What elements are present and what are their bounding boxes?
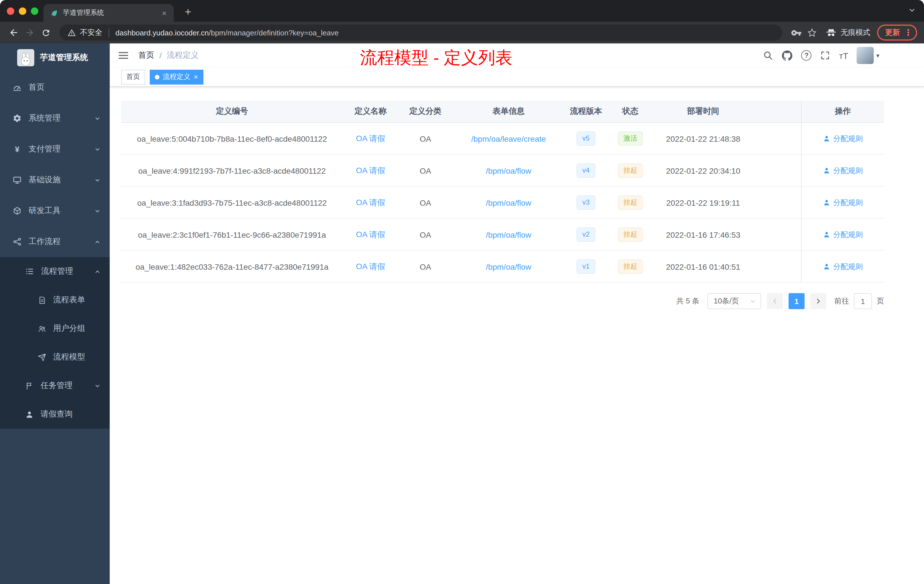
tag-process-definition[interactable]: 流程定义 ×	[150, 69, 203, 84]
form-info-link[interactable]: /bpm/oa/flow	[486, 262, 531, 271]
page-size-select[interactable]: 10条/页	[708, 293, 761, 309]
sidebar-item-label: 用户分组	[53, 323, 85, 334]
minimize-window-button[interactable]	[19, 7, 26, 15]
dashboard-icon	[13, 83, 22, 92]
search-icon[interactable]	[763, 50, 774, 61]
sidebar-item-process-management[interactable]: 流程管理	[0, 257, 110, 286]
user-avatar[interactable]	[857, 47, 874, 64]
zoom-window-button[interactable]	[31, 7, 38, 15]
tab-close-icon[interactable]: ×	[159, 8, 169, 18]
browser-tab[interactable]: 芋道管理系统 ×	[43, 4, 174, 22]
assign-rule-label: 分配规则	[833, 261, 863, 272]
tag-label: 流程定义	[163, 72, 190, 82]
col-header-status: 状态	[607, 101, 653, 122]
goto-page-input[interactable]	[854, 293, 872, 309]
cell-category: OA	[398, 155, 452, 186]
page-number-button[interactable]: 1	[789, 293, 805, 309]
address-bar[interactable]: 不安全 dashboard.yudao.iocoder.cn /bpm/mana…	[59, 25, 782, 41]
font-size-icon[interactable]: тT	[839, 51, 848, 60]
col-header-version: 流程版本	[564, 101, 607, 122]
version-tag: v4	[577, 163, 595, 178]
version-tag: v2	[577, 228, 595, 242]
security-label[interactable]: 不安全	[80, 27, 102, 38]
password-key-icon[interactable]	[788, 25, 804, 41]
breadcrumb: 首页 / 流程定义	[138, 50, 199, 61]
incognito-label: 无痕模式	[841, 27, 870, 38]
workflow-icon	[13, 237, 22, 246]
form-info-link[interactable]: /bpm/oa/flow	[486, 166, 531, 175]
github-icon[interactable]	[782, 50, 793, 61]
sidebar-item-system[interactable]: 系统管理	[0, 103, 110, 134]
bookmark-star-icon[interactable]	[804, 25, 820, 41]
definition-name-link[interactable]: OA 请假	[356, 261, 385, 272]
sidebar-item-process-form[interactable]: 流程表单	[0, 286, 110, 314]
assign-rule-link[interactable]: 分配规则	[823, 261, 863, 272]
chevron-up-icon	[94, 268, 101, 275]
user-menu[interactable]: ▾	[857, 47, 879, 64]
prev-page-button[interactable]	[767, 293, 783, 309]
omnibox-divider	[109, 28, 109, 37]
form-info-link[interactable]: /bpm/oa/flow	[486, 198, 531, 207]
form-info-link[interactable]: /bpm/oa/leave/create	[471, 134, 546, 143]
chrome-update-button[interactable]: 更新 ⋮	[877, 25, 917, 41]
sidebar-item-payment[interactable]: ¥ 支付管理	[0, 134, 110, 165]
cube-icon	[13, 206, 22, 215]
users-icon	[38, 324, 46, 333]
incognito-icon	[826, 27, 837, 38]
sidebar-item-leave-query[interactable]: 请假查询	[0, 400, 110, 429]
tag-home[interactable]: 首页	[121, 69, 145, 84]
close-window-button[interactable]	[7, 7, 14, 15]
flag-icon	[25, 381, 34, 390]
cell-deploy-time: 2022-01-16 17:46:53	[653, 219, 753, 250]
help-icon[interactable]: ?	[802, 50, 812, 61]
browser-menu-dots-icon[interactable]: ⋮	[904, 27, 912, 38]
assign-rule-link[interactable]: 分配规则	[823, 198, 863, 208]
table-row: oa_leave:4:991f2193-7b7f-11ec-a3c8-acde4…	[121, 155, 884, 187]
chevron-down-icon	[94, 146, 101, 152]
table-row: oa_leave:2:3c1f0ef1-76b1-11ec-9c66-a2380…	[121, 219, 884, 251]
sidebar-item-user-group[interactable]: 用户分组	[0, 314, 110, 343]
table-row: oa_leave:5:004b710b-7b8a-11ec-8ef0-acde4…	[121, 123, 884, 155]
gear-icon	[13, 114, 22, 123]
tag-close-icon[interactable]: ×	[194, 73, 198, 81]
fullscreen-icon[interactable]	[820, 50, 831, 61]
assign-rule-link[interactable]: 分配规则	[823, 229, 863, 240]
hamburger-icon[interactable]	[118, 50, 129, 61]
assign-rule-link[interactable]: 分配规则	[823, 165, 863, 176]
person-icon	[25, 410, 34, 419]
main-area: 首页 / 流程定义 流程模型 - 定义列表 ? тT	[110, 43, 924, 584]
sidebar-item-label: 首页	[28, 82, 45, 92]
sidebar-item-home[interactable]: 首页	[0, 72, 110, 103]
cell-category: OA	[398, 219, 452, 250]
forward-button[interactable]	[22, 25, 38, 41]
tab-favicon-leaf-icon	[50, 9, 58, 17]
app-topbar: 首页 / 流程定义 流程模型 - 定义列表 ? тT	[110, 43, 924, 68]
tab-search-chevron-icon[interactable]	[908, 6, 916, 14]
chevron-down-icon	[94, 208, 101, 214]
form-info-link[interactable]: /bpm/oa/flow	[486, 230, 531, 239]
assign-rule-link[interactable]: 分配规则	[823, 134, 863, 144]
next-page-button[interactable]	[810, 293, 826, 309]
tag-label: 首页	[126, 72, 140, 82]
sidebar-item-workflow[interactable]: 工作流程	[0, 226, 110, 257]
breadcrumb-home[interactable]: 首页	[138, 50, 154, 61]
breadcrumb-current: 流程定义	[167, 50, 199, 61]
cell-definition-id: oa_leave:5:004b710b-7b8a-11ec-8ef0-acde4…	[121, 123, 343, 154]
back-button[interactable]	[6, 25, 22, 41]
goto-page: 前往 页	[834, 293, 884, 309]
sidebar-item-label: 工作流程	[28, 237, 61, 247]
sidebar-item-label: 支付管理	[28, 144, 61, 154]
definition-name-link[interactable]: OA 请假	[356, 198, 385, 208]
definition-name-link[interactable]: OA 请假	[356, 165, 385, 176]
definition-name-link[interactable]: OA 请假	[356, 134, 385, 144]
reload-button[interactable]	[38, 25, 54, 41]
sidebar-item-process-model[interactable]: 流程模型	[0, 343, 110, 371]
sidebar-item-infrastructure[interactable]: 基础设施	[0, 165, 110, 195]
browser-navbar: 不安全 dashboard.yudao.iocoder.cn /bpm/mana…	[0, 22, 924, 43]
sidebar-item-dev-tools[interactable]: 研发工具	[0, 195, 110, 226]
workflow-submenu: 流程管理 流程表单 用户分组	[0, 257, 110, 429]
sidebar-item-task-management[interactable]: 任务管理	[0, 371, 110, 400]
pagination-total: 共 5 条	[676, 296, 700, 306]
definition-name-link[interactable]: OA 请假	[356, 229, 385, 240]
new-tab-button[interactable]: +	[181, 5, 195, 20]
